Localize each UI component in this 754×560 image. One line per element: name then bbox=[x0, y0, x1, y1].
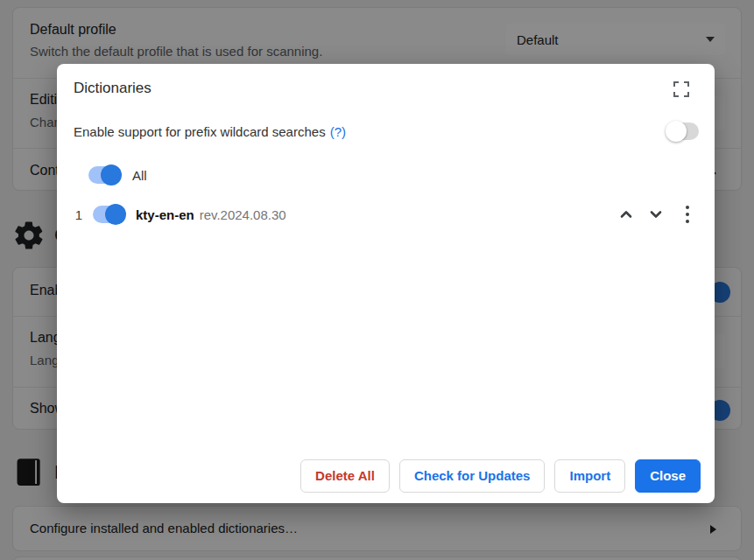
modal-footer: Delete All Check for Updates Import Clos… bbox=[300, 459, 701, 493]
chevron-down-icon bbox=[648, 206, 664, 222]
all-dictionaries-row: All bbox=[88, 158, 147, 192]
wildcard-setting-row: Enable support for prefix wildcard searc… bbox=[74, 114, 699, 149]
close-button[interactable]: Close bbox=[635, 459, 701, 493]
fullscreen-icon bbox=[671, 79, 692, 100]
chevron-up-icon bbox=[618, 206, 634, 222]
move-up-button[interactable] bbox=[618, 206, 634, 222]
dictionary-menu-button[interactable] bbox=[685, 205, 690, 224]
dictionary-index: 1 bbox=[74, 207, 84, 222]
fullscreen-button[interactable] bbox=[671, 79, 692, 100]
all-toggle[interactable] bbox=[88, 166, 120, 184]
wildcard-label: Enable support for prefix wildcard searc… bbox=[74, 124, 326, 139]
dictionary-revision: rev.2024.08.30 bbox=[200, 207, 286, 222]
check-for-updates-button[interactable]: Check for Updates bbox=[399, 459, 546, 493]
dictionary-name: kty-en-en bbox=[136, 207, 194, 222]
wildcard-toggle[interactable] bbox=[667, 122, 699, 140]
dictionaries-modal: Dictionaries Enable support for prefix w… bbox=[57, 64, 715, 503]
delete-all-button[interactable]: Delete All bbox=[300, 459, 390, 493]
all-toggle-label: All bbox=[132, 168, 147, 183]
dictionary-toggle[interactable] bbox=[93, 206, 124, 223]
dictionary-row: 1 kty-en-en rev.2024.08.30 bbox=[74, 197, 701, 232]
modal-title: Dictionaries bbox=[74, 80, 152, 97]
wildcard-help-link[interactable]: (?) bbox=[330, 124, 346, 139]
kebab-menu-icon bbox=[685, 205, 690, 224]
move-down-button[interactable] bbox=[648, 206, 664, 222]
import-button[interactable]: Import bbox=[554, 459, 625, 493]
